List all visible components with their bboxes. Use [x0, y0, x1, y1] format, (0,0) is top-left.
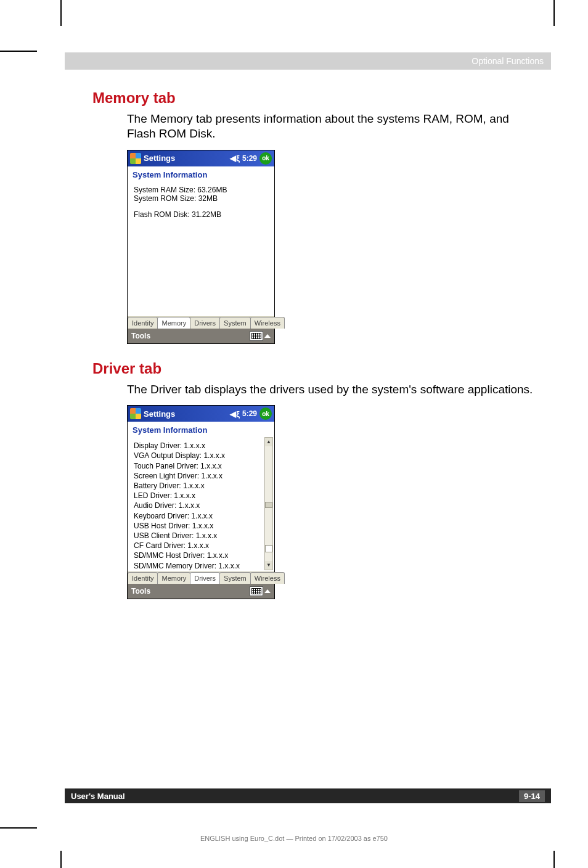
driver-line: Screen Light Driver: 1.x.x.x: [134, 471, 262, 481]
crop-mark: [0, 51, 37, 52]
tab-system[interactable]: System: [219, 317, 251, 329]
scroll-up-icon[interactable]: ▲: [265, 438, 272, 446]
memory-rom-line: System ROM Size: 32MB: [134, 194, 268, 203]
pda-titlebar: Settings ◀ξ 5:29 ok: [128, 406, 274, 422]
scroll-thumb[interactable]: [265, 502, 272, 508]
section-paragraph-driver: The Driver tab displays the drivers used…: [92, 382, 539, 397]
keyboard-icon[interactable]: [250, 331, 263, 341]
chapter-label: Optional Functions: [472, 56, 544, 66]
page-header-bar: Optional Functions: [65, 52, 551, 70]
pda-app-title: Settings: [144, 154, 175, 163]
crop-mark: [60, 851, 62, 868]
tab-system[interactable]: System: [219, 572, 251, 584]
footer-left: User's Manual: [71, 792, 125, 801]
section-title-memory: Memory tab: [92, 89, 539, 107]
pda-titlebar: Settings ◀ξ 5:29 ok: [128, 150, 274, 166]
scroll-tick: [265, 545, 272, 552]
driver-line: VGA Output Display: 1.x.x.x: [134, 451, 262, 461]
tab-memory[interactable]: Memory: [157, 317, 190, 329]
pda-tabs: Identity Memory Drivers System Wireless: [128, 316, 274, 329]
driver-line: SD/MMC Memory Driver: 1.x.x.x: [134, 561, 262, 571]
driver-line: Keyboard Driver: 1.x.x.x: [134, 511, 262, 521]
sip-arrow-icon[interactable]: [264, 334, 271, 338]
driver-line: USB Client Driver: 1.x.x.x: [134, 531, 262, 541]
crop-mark: [553, 0, 555, 26]
crop-mark: [0, 827, 37, 829]
driver-line: SD/MMC Host Driver: 1.x.x.x: [134, 551, 262, 560]
windows-logo-icon[interactable]: [130, 408, 141, 419]
driver-line: Audio Driver: 1.x.x.x: [134, 501, 262, 510]
pda-bottom-bar: Tools: [128, 329, 274, 343]
pda-content-memory: System RAM Size: 63.26MB System ROM Size…: [128, 181, 274, 316]
driver-line: Battery Driver: 1.x.x.x: [134, 481, 262, 491]
pda-subtitle: System Information: [128, 422, 274, 436]
tools-menu[interactable]: Tools: [131, 587, 150, 596]
keyboard-icon[interactable]: [250, 586, 263, 596]
screenshot-drivers: Settings ◀ξ 5:29 ok System Information D…: [127, 405, 275, 599]
sip-arrow-icon[interactable]: [264, 589, 271, 593]
tab-drivers[interactable]: Drivers: [190, 317, 220, 329]
ok-button[interactable]: ok: [259, 407, 272, 420]
scroll-track[interactable]: [265, 446, 272, 561]
pda-content-drivers: Display Driver: 1.x.x.x VGA Output Displ…: [128, 436, 274, 571]
driver-line: IrDA Drvier: 1.x.x.x: [134, 571, 262, 572]
driver-line: USB Host Driver: 1.x.x.x: [134, 521, 262, 531]
tab-drivers[interactable]: Drivers: [190, 572, 220, 584]
screenshot-memory: Settings ◀ξ 5:29 ok System Information S…: [127, 150, 275, 344]
crop-mark: [553, 851, 555, 868]
ok-button[interactable]: ok: [259, 152, 272, 165]
driver-line: Display Driver: 1.x.x.x: [134, 441, 262, 451]
page-footer-bar: User's Manual 9-14: [65, 788, 551, 803]
crop-mark: [60, 0, 62, 26]
pda-tabs: Identity Memory Drivers System Wireless: [128, 571, 274, 584]
driver-line: Touch Panel Driver: 1.x.x.x: [134, 461, 262, 471]
volume-icon[interactable]: ◀ξ: [230, 154, 240, 163]
pda-subtitle: System Information: [128, 166, 274, 181]
windows-logo-icon[interactable]: [130, 153, 141, 164]
tab-memory[interactable]: Memory: [157, 572, 190, 584]
tab-identity[interactable]: Identity: [128, 572, 158, 584]
footer-page-number: 9-14: [519, 790, 545, 802]
section-title-driver: Driver tab: [92, 360, 539, 377]
print-note: ENGLISH using Euro_C.dot — Printed on 17…: [0, 835, 588, 842]
driver-line: LED Driver: 1.x.x.x: [134, 491, 262, 501]
section-paragraph-memory: The Memory tab presents information abou…: [92, 112, 539, 141]
tab-wireless[interactable]: Wireless: [250, 317, 285, 329]
driver-line: CF Card Driver: 1.x.x.x: [134, 541, 262, 551]
scrollbar[interactable]: ▲ ▼: [264, 437, 273, 570]
pda-bottom-bar: Tools: [128, 584, 274, 599]
memory-flash-line: Flash ROM Disk: 31.22MB: [134, 210, 268, 219]
memory-ram-line: System RAM Size: 63.26MB: [134, 186, 268, 194]
pda-app-title: Settings: [144, 409, 175, 419]
scroll-down-icon[interactable]: ▼: [265, 561, 272, 570]
volume-icon[interactable]: ◀ξ: [230, 409, 240, 419]
clock-time[interactable]: 5:29: [242, 409, 257, 418]
tab-wireless[interactable]: Wireless: [250, 572, 285, 584]
clock-time[interactable]: 5:29: [242, 154, 257, 163]
tools-menu[interactable]: Tools: [131, 332, 150, 340]
tab-identity[interactable]: Identity: [128, 317, 158, 329]
